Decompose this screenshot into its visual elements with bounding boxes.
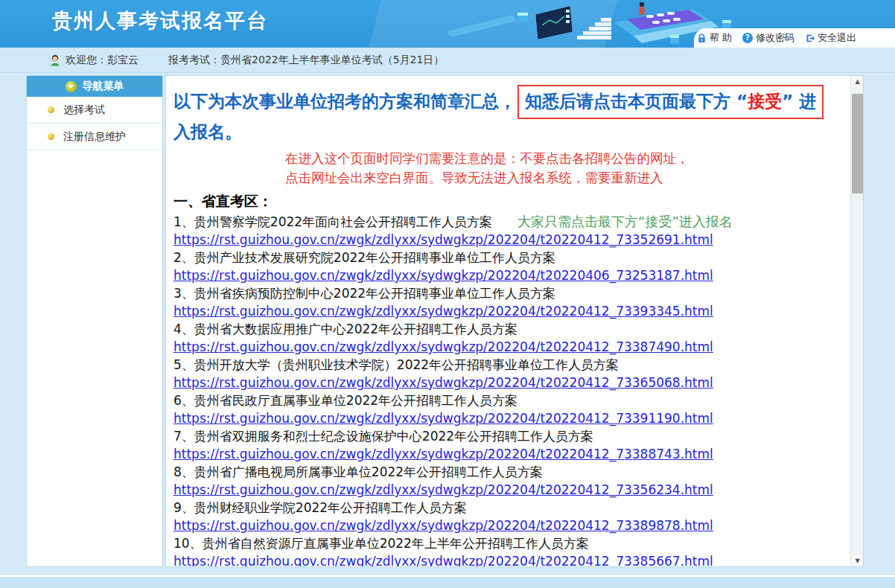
bullet-icon <box>48 106 54 113</box>
announcement-item-title: 7、贵州省双拥服务和烈士纪念设施保护中心2022年公开招聘工作人员方案 <box>173 427 842 445</box>
sidebar-item-label: 选择考试 <box>63 103 105 117</box>
vertical-scrollbar[interactable] <box>850 76 863 566</box>
app-header: 贵州人事考试报名平台 帮 助 修改密码 安 <box>0 0 895 48</box>
change-password-label: 修改密码 <box>756 31 794 45</box>
green-note-annotation: 大家只需点击最下方“接受”进入报名 <box>517 213 733 231</box>
red-callout-box: 知悉后请点击本页面最下方 “接受” 进 <box>517 85 824 119</box>
main-panel: 以下为本次事业单位招考的方案和简章汇总，知悉后请点击本页面最下方 “接受” 进 … <box>165 75 864 567</box>
lock-icon <box>697 33 707 43</box>
sidebar-item-select-exam[interactable]: 选择考试 <box>27 97 162 124</box>
exam-registered-text: 报考考试：贵州省2022年上半年事业单位考试（5月21日） <box>168 54 444 67</box>
announcement-item-title: 6、贵州省民政厅直属事业单位2022年公开招聘工作人员方案 <box>173 392 842 409</box>
announcement-item-title: 2、贵州产业技术发展研究院2022年公开招聘事业单位工作人员方案 <box>173 249 842 266</box>
announcement-item-title: 8、贵州省广播电视局所属事业单位2022年公开招聘工作人员方案 <box>173 463 842 481</box>
exit-icon <box>805 33 815 43</box>
help-label: 帮 助 <box>710 31 732 45</box>
accept-keyword: 接受 <box>748 92 782 111</box>
announcement-item-title: 9、贵州财经职业学院2022年公开招聘工作人员方案 <box>173 499 842 517</box>
welcome-bar: 欢迎您：彭宝云 报考考试：贵州省2022年上半年事业单位考试（5月21日） <box>0 48 895 73</box>
announcement-content: 以下为本次事业单位招考的方案和简章汇总，知悉后请点击本页面最下方 “接受” 进 … <box>166 76 863 567</box>
announcement-link[interactable]: https://rst.guizhou.gov.cn/zwgk/zdlyxx/s… <box>173 481 842 499</box>
heading-line1: 以下为本次事业单位招考的方案和简章汇总，知悉后请点击本页面最下方 “接受” 进 <box>173 85 842 119</box>
sidebar-item-registration-info[interactable]: 注册信息维护 <box>27 124 162 150</box>
announcement-item-title: 4、贵州省大数据应用推广中心2022年公开招聘工作人员方案 <box>173 320 842 338</box>
chevron-down-icon <box>66 81 77 92</box>
sidebar-nav-header[interactable]: 导航菜单 <box>27 76 162 97</box>
nav-header-label: 导航菜单 <box>83 80 124 93</box>
warning-line1: 在进入这个页面时同学们需要注意的是：不要点击各招聘公告的网址， <box>285 149 842 168</box>
welcome-user-text: 欢迎您：彭宝云 <box>66 54 138 67</box>
warning-line2: 点击网址会出来空白界面。导致无法进入报名系统，需要重新进入 <box>285 168 842 188</box>
bottom-band <box>0 575 895 588</box>
sidebar: 导航菜单 选择考试 注册信息维护 <box>26 75 163 567</box>
page-title: 贵州人事考试报名平台 <box>52 7 268 34</box>
announcement-link[interactable]: https://rst.guizhou.gov.cn/zwgk/zdlyxx/s… <box>173 374 842 392</box>
logout-button[interactable]: 安全退出 <box>805 31 856 45</box>
announcement-item-title: 10、贵州省自然资源厅直属事业单位2022年上半年公开招聘工作人员方案 <box>173 534 842 552</box>
announcement-link[interactable]: https://rst.guizhou.gov.cn/zwgk/zdlyxx/s… <box>173 302 842 320</box>
announcement-item-title: 3、贵州省疾病预防控制中心2022年公开招聘事业单位工作人员方案 <box>173 284 842 302</box>
announcement-item-title: 1、贵州警察学院2022年面向社会公开招聘工作人员方案 大家只需点击最下方“接受… <box>173 213 842 231</box>
announcement-link[interactable]: https://rst.guizhou.gov.cn/zwgk/zdlyxx/s… <box>173 517 842 534</box>
announcement-item-title: 5、贵州开放大学（贵州职业技术学院）2022年公开招聘事业单位工作人员方案 <box>173 356 842 374</box>
logout-label: 安全退出 <box>818 31 856 45</box>
announcement-link[interactable]: https://rst.guizhou.gov.cn/zwgk/zdlyxx/s… <box>173 409 842 427</box>
announcement-link[interactable]: https://rst.guizhou.gov.cn/zwgk/zdlyxx/s… <box>173 338 842 356</box>
warning-annotation: 在进入这个页面时同学们需要注意的是：不要点击各招聘公告的网址， 点击网址会出来空… <box>285 149 842 188</box>
scroll-down-button[interactable] <box>851 555 864 566</box>
header-quick-links: 帮 助 修改密码 安全退出 <box>694 28 895 48</box>
announcement-link[interactable]: https://rst.guizhou.gov.cn/zwgk/zdlyxx/s… <box>173 552 842 567</box>
scrollbar-thumb[interactable] <box>852 94 863 194</box>
user-avatar-icon <box>49 54 61 66</box>
question-icon <box>742 33 753 43</box>
bullet-icon <box>48 133 54 140</box>
change-password-button[interactable]: 修改密码 <box>742 31 794 45</box>
heading-line2: 入报名。 <box>173 119 842 144</box>
announcement-link[interactable]: https://rst.guizhou.gov.cn/zwgk/zdlyxx/s… <box>173 445 842 463</box>
sidebar-item-label: 注册信息维护 <box>63 130 126 144</box>
announcement-link[interactable]: https://rst.guizhou.gov.cn/zwgk/zdlyxx/s… <box>173 231 842 249</box>
help-button[interactable]: 帮 助 <box>697 31 732 45</box>
main-heading: 以下为本次事业单位招考的方案和简章汇总，知悉后请点击本页面最下方 “接受” 进 … <box>173 85 842 144</box>
announcement-link[interactable]: https://rst.guizhou.gov.cn/zwgk/zdlyxx/s… <box>173 266 842 284</box>
scroll-up-button[interactable] <box>851 76 864 87</box>
section-title: 一、省直考区： <box>173 191 842 211</box>
